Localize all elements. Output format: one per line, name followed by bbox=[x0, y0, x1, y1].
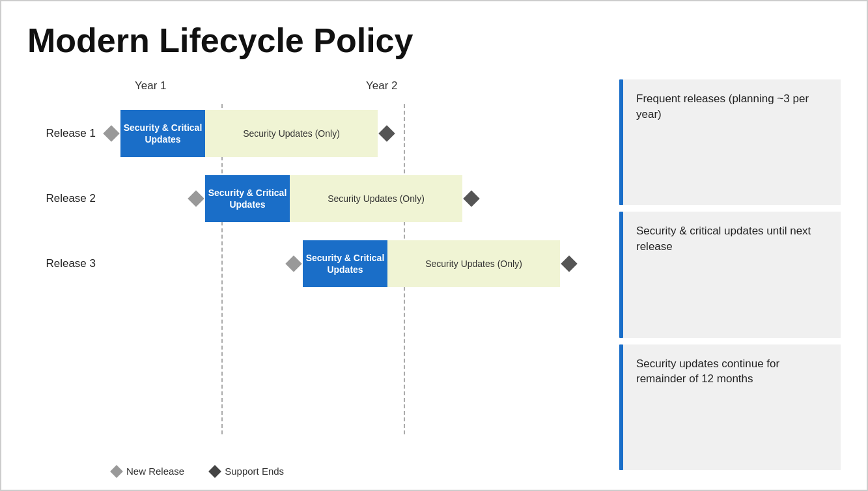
year-label-1: Year 1 bbox=[135, 79, 167, 92]
release2-end-diamond bbox=[463, 190, 479, 206]
release1-bars: Security & Critical Updates Security Upd… bbox=[105, 104, 606, 163]
rows-container: Release 1 Security & Critical Updates Se… bbox=[27, 104, 606, 477]
release1-yellow-bar: Security Updates (Only) bbox=[205, 110, 378, 157]
release2-bars: Security & Critical Updates Security Upd… bbox=[105, 169, 606, 228]
legend-new-release: New Release bbox=[112, 466, 184, 477]
release3-bars: Security & Critical Updates Security Upd… bbox=[105, 234, 606, 293]
row-release2: Release 2 Security & Critical Updates Se… bbox=[27, 169, 606, 228]
release1-label: Release 1 bbox=[27, 127, 105, 140]
row-release3: Release 3 Security & Critical Updates Se… bbox=[27, 234, 606, 293]
release3-end-diamond bbox=[561, 255, 577, 272]
info-card-3-content: Security updates continue for remainder … bbox=[623, 344, 841, 470]
diagram-area: Year 1 Year 2 Release 1 Security & Criti… bbox=[27, 79, 841, 477]
release1-end-diamond bbox=[378, 125, 395, 141]
release2-yellow-bar: Security Updates (Only) bbox=[290, 175, 462, 222]
release1-start-diamond bbox=[103, 125, 119, 141]
release3-yellow-bar: Security Updates (Only) bbox=[387, 240, 560, 287]
legend-support-ends: Support Ends bbox=[210, 466, 284, 477]
info-card-3: Security updates continue for remainder … bbox=[619, 344, 841, 470]
year-labels: Year 1 Year 2 bbox=[112, 79, 606, 98]
legend-support-ends-label: Support Ends bbox=[225, 466, 284, 477]
legend-new-release-label: New Release bbox=[126, 466, 184, 477]
legend-support-ends-diamond bbox=[208, 465, 221, 478]
release3-blue-bar: Security & Critical Updates bbox=[303, 240, 387, 287]
release1-blue-bar: Security & Critical Updates bbox=[120, 110, 205, 157]
row-release1: Release 1 Security & Critical Updates Se… bbox=[27, 104, 606, 163]
year-label-2: Year 2 bbox=[366, 79, 398, 92]
legend-new-release-diamond bbox=[110, 465, 123, 478]
right-panel: Frequent releases (planning ~3 per year)… bbox=[606, 79, 841, 477]
info-card-1-content: Frequent releases (planning ~3 per year) bbox=[623, 79, 841, 205]
info-card-2-content: Security & critical updates until next r… bbox=[623, 212, 841, 337]
release2-start-diamond bbox=[188, 190, 204, 206]
release2-blue-bar: Security & Critical Updates bbox=[205, 175, 290, 222]
info-card-2: Security & critical updates until next r… bbox=[619, 212, 841, 337]
page-title: Modern Lifecycle Policy bbox=[27, 21, 841, 60]
legend: New Release Support Ends bbox=[112, 466, 284, 477]
page: Modern Lifecycle Policy Year 1 Year 2 Re… bbox=[1, 1, 867, 490]
release3-start-diamond bbox=[285, 255, 301, 272]
info-card-1: Frequent releases (planning ~3 per year) bbox=[619, 79, 841, 205]
timeline-section: Year 1 Year 2 Release 1 Security & Criti… bbox=[27, 79, 606, 477]
release2-label: Release 2 bbox=[27, 192, 105, 205]
release3-label: Release 3 bbox=[27, 257, 105, 270]
